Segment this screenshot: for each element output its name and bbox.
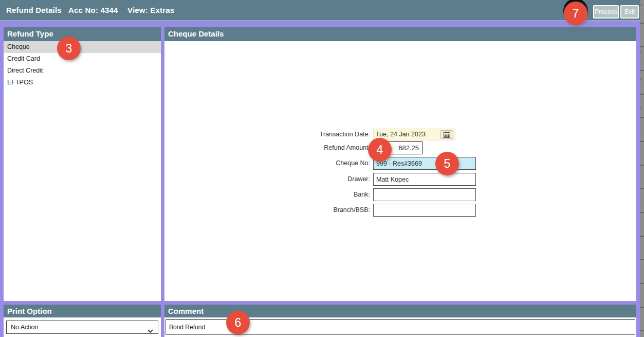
process-button[interactable]: Process — [593, 5, 619, 19]
bank-input[interactable] — [373, 188, 476, 201]
cheque-details-panel: Cheque Details Transaction Date: Tue, 24… — [164, 27, 636, 301]
cheque-no-input[interactable] — [373, 157, 476, 170]
print-option-header: Print Option — [4, 305, 161, 317]
print-option-select[interactable]: No Action — [6, 321, 158, 334]
transaction-date-row: Transaction Date: Tue, 24 Jan 2023 — [164, 128, 636, 141]
cheque-details-header: Cheque Details — [164, 27, 636, 41]
branch-bsb-label: Branch/BSB: — [164, 204, 370, 217]
refund-amount-label: Refund Amount: — [164, 141, 370, 154]
drawer-label: Drawer: — [164, 173, 370, 186]
print-option-panel: Print Option No Action — [4, 305, 161, 337]
page-edge-dot — [640, 78, 642, 80]
refund-type-item-direct-credit[interactable]: Direct Credit — [4, 65, 161, 77]
exit-button[interactable]: Exit — [620, 5, 639, 19]
drawer-row: Drawer: — [164, 173, 636, 186]
right-edge-strip — [640, 0, 644, 337]
calendar-picker-button[interactable] — [440, 130, 453, 139]
page-edge-dot — [640, 4, 642, 6]
transaction-date-field[interactable]: Tue, 24 Jan 2023 — [373, 129, 455, 140]
refund-type-item-cheque[interactable]: Cheque — [4, 41, 161, 53]
cheque-no-label: Cheque No: — [164, 157, 370, 170]
refund-details-window: Refund Details Acc No: 4344 View: Extras… — [0, 0, 644, 337]
chevron-down-icon — [148, 326, 153, 335]
refund-type-item-credit-card[interactable]: Credit Card — [4, 53, 161, 65]
view-label: View: Extras — [127, 0, 174, 21]
page-edge-dot — [640, 51, 642, 53]
title-bar: Refund Details Acc No: 4344 View: Extras… — [0, 0, 640, 21]
annotation-badge-6: 6 — [226, 311, 250, 334]
bank-label: Bank: — [164, 188, 370, 201]
page-edge-dot — [640, 107, 642, 109]
branch-bsb-row: Branch/BSB: — [164, 204, 636, 217]
bank-row: Bank: — [164, 188, 636, 201]
calendar-icon — [444, 132, 450, 138]
page-title: Refund Details — [6, 0, 62, 21]
cheque-no-row: Cheque No: — [164, 157, 636, 170]
annotation-badge-5: 5 — [435, 152, 459, 175]
transaction-date-label: Transaction Date: — [164, 128, 370, 141]
refund-type-item-eftpos[interactable]: EFTPOS — [4, 77, 161, 88]
refund-amount-row: Refund Amount: — [164, 141, 636, 154]
branch-bsb-input[interactable] — [373, 204, 476, 217]
annotation-badge-4: 4 — [368, 138, 392, 162]
print-option-selected-value: No Action — [11, 321, 39, 333]
account-number-label: Acc No: 4344 — [68, 0, 118, 21]
annotation-badge-7: 7 — [564, 2, 587, 25]
drawer-input[interactable] — [373, 173, 476, 186]
refund-type-header: Refund Type — [4, 27, 161, 41]
annotation-badge-3: 3 — [57, 37, 81, 60]
modal-frame: Refund Type Cheque Credit Card Direct Cr… — [0, 21, 640, 337]
refund-type-panel: Refund Type Cheque Credit Card Direct Cr… — [4, 27, 161, 301]
